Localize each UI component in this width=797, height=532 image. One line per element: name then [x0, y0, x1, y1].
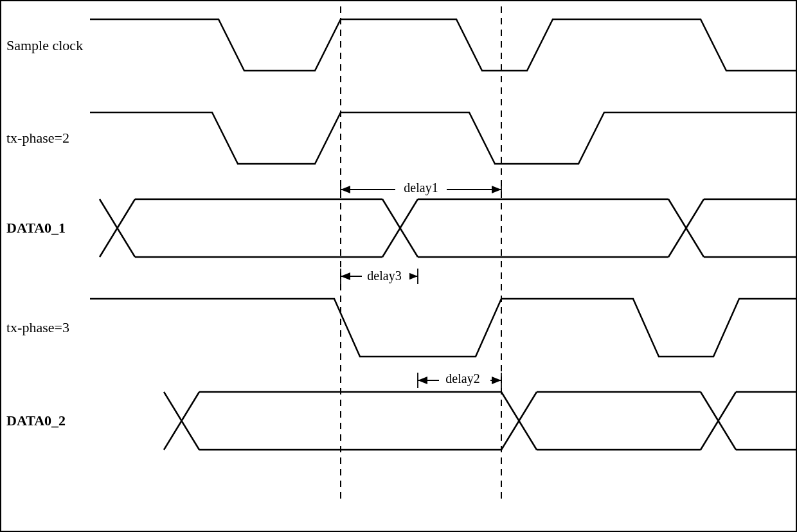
- delay2-label: delay2: [445, 371, 479, 386]
- delay3-label: delay3: [367, 269, 401, 283]
- data0-1-label: DATA0_1: [6, 220, 66, 236]
- sample-clock-label: Sample clock: [6, 37, 83, 53]
- svg-marker-38: [492, 377, 501, 384]
- svg-marker-37: [418, 377, 427, 384]
- sample-clock-waveform: [90, 19, 797, 71]
- svg-marker-25: [341, 186, 350, 193]
- svg-marker-31: [341, 272, 350, 280]
- svg-rect-42: [1, 1, 796, 531]
- tx-phase2-label: tx-phase=2: [6, 130, 69, 146]
- svg-marker-26: [492, 186, 501, 193]
- tx-phase2-waveform: [90, 112, 797, 164]
- tx-phase3-waveform: [90, 299, 797, 357]
- svg-marker-32: [408, 272, 418, 280]
- data0-2-label: DATA0_2: [6, 412, 66, 429]
- timing-diagram: delay1 delay3 delay2 Sample clock tx-pha…: [0, 0, 797, 532]
- tx-phase3-label: tx-phase=3: [6, 319, 69, 335]
- delay1-label: delay1: [404, 181, 438, 195]
